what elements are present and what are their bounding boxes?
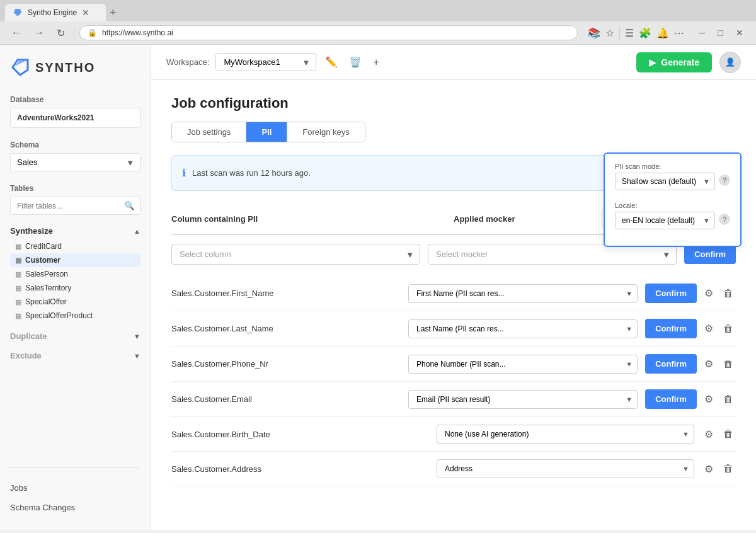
table-item-specialofferproduct[interactable]: ▦ SpecialOfferProduct	[10, 309, 140, 323]
minimize-button[interactable]: ─	[694, 26, 711, 39]
main-content: Job configuration Job settings PII Forei…	[151, 80, 756, 530]
confirm-button-lastname[interactable]: Confirm	[645, 319, 697, 338]
add-confirm-button[interactable]: Confirm	[684, 244, 736, 264]
scan-mode-select[interactable]: Shallow scan (default) Deep scan	[615, 173, 715, 190]
table-icon-salesterritory: ▦	[15, 284, 21, 292]
menu-icon[interactable]: ☰	[625, 27, 634, 39]
star-icon[interactable]: ☆	[605, 27, 614, 39]
mocker-select-firstname[interactable]: First Name (PII scan res...	[408, 284, 638, 303]
window-controls: ─ □ ✕	[694, 26, 748, 39]
mocker-select-phone[interactable]: Phone Number (PII scan...	[408, 355, 638, 374]
tables-list: ▦ CreditCard ▦ Customer ▦ SalesPerson ▦ …	[10, 239, 140, 323]
locale-help-icon[interactable]: ?	[719, 214, 730, 225]
tables-search-button[interactable]: 🔍	[119, 197, 140, 214]
tab-close-icon[interactable]: ✕	[82, 8, 89, 18]
pii-col-phone: Sales.Customer.Phone_Nr	[171, 359, 401, 369]
table-name-specialoffer: SpecialOffer	[25, 297, 67, 306]
applied-mocker-label: Applied mocker	[454, 214, 515, 224]
exclude-collapsible[interactable]: Exclude ▼	[10, 347, 140, 364]
extensions-icon[interactable]: 🧩	[639, 27, 651, 39]
delete-button-firstname[interactable]: 🗑	[721, 285, 736, 302]
sidebar-schema-changes[interactable]: Schema Changes	[10, 498, 140, 517]
more-icon[interactable]: ⋯	[674, 27, 684, 39]
settings-button-birthdate[interactable]: ⚙	[702, 426, 716, 443]
delete-button-phone[interactable]: 🗑	[721, 356, 736, 372]
settings-button-phone[interactable]: ⚙	[702, 355, 716, 372]
scan-mode-help-icon[interactable]: ?	[719, 175, 730, 186]
duplicate-collapsible[interactable]: Duplicate ▼	[10, 328, 140, 345]
workspace-select[interactable]: MyWorkspace1	[215, 53, 316, 71]
pii-col-address: Sales.Customer.Address	[171, 464, 429, 474]
locale-row: Locale: en-EN locale (default) fr-FR loc…	[615, 202, 730, 237]
back-button[interactable]: ←	[8, 26, 25, 40]
add-column-select[interactable]: Select column	[171, 244, 420, 265]
delete-workspace-button[interactable]: 🗑️	[346, 54, 364, 71]
table-icon-creditcard: ▦	[15, 243, 21, 251]
tab-foreign-keys[interactable]: Foreign keys	[287, 122, 364, 142]
schema-label: Schema	[10, 140, 140, 149]
pii-col-name-firstname: Sales.Customer.First_Name	[171, 289, 274, 298]
locale-group: Locale: en-EN locale (default) fr-FR loc…	[615, 202, 715, 237]
duplicate-arrow-icon: ▼	[134, 333, 140, 340]
table-item-customer[interactable]: ▦ Customer	[10, 253, 140, 267]
scan-mode-select-wrap: Shallow scan (default) Deep scan ▼	[615, 173, 715, 190]
pii-col-lastname: Sales.Customer.Last_Name	[171, 324, 401, 333]
pii-row-lastname: Sales.Customer.Last_Name Last Name (PII …	[171, 311, 736, 347]
table-icon-specialoffer: ▦	[15, 298, 21, 306]
exclude-label: Exclude	[10, 351, 42, 360]
browser-tab[interactable]: Syntho Engine ✕	[5, 4, 106, 21]
edit-workspace-button[interactable]: ✏️	[323, 54, 340, 71]
table-item-salesperson[interactable]: ▦ SalesPerson	[10, 267, 140, 281]
pii-scan-popup: PII scan mode: Shallow scan (default) De…	[604, 152, 742, 247]
table-name-salesperson: SalesPerson	[25, 270, 68, 278]
settings-button-address[interactable]: ⚙	[702, 461, 716, 478]
browser-chrome: Syntho Engine ✕ + ← → ↻ 🔒 https://www.sy…	[0, 0, 756, 45]
sidebar-bottom: Jobs Schema Changes	[10, 467, 140, 517]
table-item-creditcard[interactable]: ▦ CreditCard	[10, 239, 140, 253]
generate-button[interactable]: ▶ Generate	[636, 52, 712, 72]
pii-mocker-firstname: First Name (PII scan res... ▼	[408, 284, 638, 303]
nav-divider	[74, 26, 74, 39]
add-workspace-button[interactable]: +	[370, 54, 381, 71]
mocker-select-address[interactable]: Address	[437, 459, 694, 478]
schema-select[interactable]: Sales	[10, 153, 140, 171]
schema-select-wrap: Sales ▼	[10, 153, 140, 171]
settings-button-email[interactable]: ⚙	[702, 391, 716, 408]
delete-button-lastname[interactable]: 🗑	[721, 321, 736, 337]
mocker-select-birthdate[interactable]: None (use AI generation)	[437, 425, 694, 444]
confirm-button-email[interactable]: Confirm	[645, 389, 697, 409]
tables-filter-input[interactable]	[11, 198, 119, 214]
reload-button[interactable]: ↻	[53, 26, 69, 40]
settings-button-firstname[interactable]: ⚙	[702, 285, 716, 302]
mocker-select-lastname[interactable]: Last Name (PII scan res...	[408, 319, 638, 338]
pii-col-name-address: Sales.Customer.Address	[171, 464, 261, 474]
synthesize-collapsible[interactable]: Synthesize ▲	[10, 222, 140, 239]
user-avatar[interactable]: 👤	[719, 52, 741, 73]
confirm-button-firstname[interactable]: Confirm	[645, 284, 697, 303]
locale-select[interactable]: en-EN locale (default) fr-FR locale de-D…	[615, 212, 715, 229]
bookmarks-icon[interactable]: 📚	[588, 27, 600, 39]
delete-button-address[interactable]: 🗑	[721, 461, 736, 477]
mocker-select-wrap-address: Address ▼	[437, 459, 694, 478]
close-button[interactable]: ✕	[731, 26, 748, 39]
delete-button-email[interactable]: 🗑	[721, 391, 736, 408]
settings-button-lastname[interactable]: ⚙	[702, 320, 716, 337]
sidebar-jobs[interactable]: Jobs	[10, 478, 140, 498]
new-tab-button[interactable]: +	[106, 6, 120, 20]
table-item-specialoffer[interactable]: ▦ SpecialOffer	[10, 295, 140, 309]
mocker-select-email[interactable]: Email (PII scan result)	[408, 390, 638, 409]
tab-job-settings[interactable]: Job settings	[172, 122, 246, 142]
pii-col-name-lastname: Sales.Customer.Last_Name	[171, 324, 273, 333]
address-bar[interactable]: 🔒 https://www.syntho.ai	[79, 25, 578, 40]
table-name-salesterritory: SalesTerritory	[25, 284, 71, 292]
forward-button[interactable]: →	[30, 26, 48, 40]
main-header: Job configuration	[151, 80, 756, 122]
delete-button-birthdate[interactable]: 🗑	[721, 426, 736, 442]
confirm-button-phone[interactable]: Confirm	[645, 354, 697, 374]
alerts-icon[interactable]: 🔔	[656, 27, 669, 39]
tab-pii[interactable]: PII	[246, 122, 287, 142]
maximize-button[interactable]: □	[713, 26, 728, 39]
table-item-salesterritory[interactable]: ▦ SalesTerritory	[10, 281, 140, 295]
mocker-select-wrap-firstname: First Name (PII scan res... ▼	[408, 284, 638, 303]
pii-mocker-lastname: Last Name (PII scan res... ▼	[408, 319, 638, 338]
